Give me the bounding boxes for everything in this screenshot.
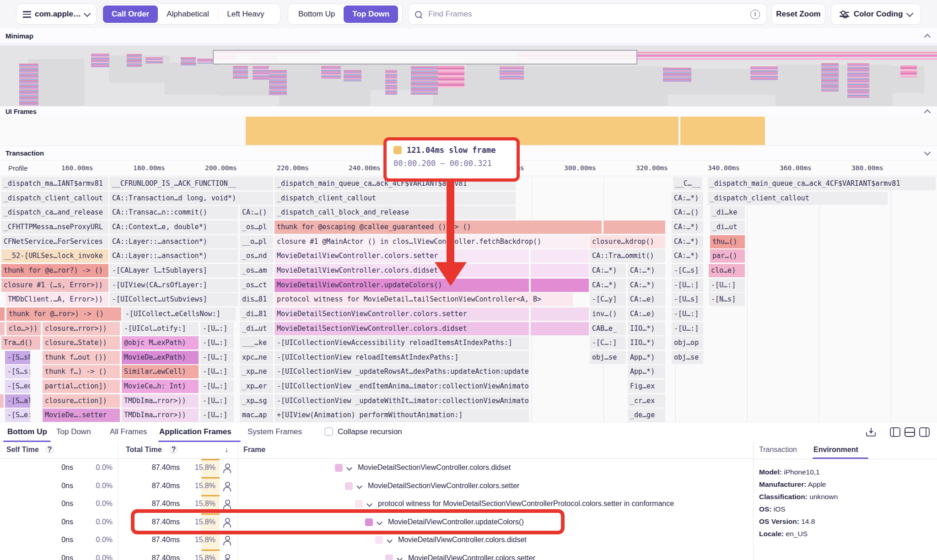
sort-descending-icon[interactable]: ↓ (225, 446, 228, 454)
chevron-down-icon[interactable] (397, 555, 403, 560)
flame-cell[interactable]: MovieDetailViewController.updateColors() (275, 279, 529, 292)
flame-cell[interactable]: clo…>)) (6, 322, 41, 335)
flame-cell[interactable]: @objc M…exPath) (122, 336, 199, 350)
flame-cell[interactable]: -[U…:] (709, 279, 745, 292)
flame-cell[interactable]: _CFHTTPMessa…nseProxyURL (1, 221, 108, 234)
collapse-icon[interactable] (924, 33, 931, 40)
flame-cell[interactable]: CA::Tra…ommit() (590, 249, 665, 263)
flame-cell[interactable]: +[UIView(Animation) performWithoutAnimat… (275, 409, 529, 422)
flame-cell[interactable]: MovieDe….setter (43, 409, 120, 422)
flame-cell[interactable]: -[C…y] (590, 293, 626, 306)
flame-cell[interactable]: dis…81 (240, 293, 273, 306)
download-icon[interactable] (866, 428, 876, 436)
flame-cell[interactable]: CA:…() (672, 206, 703, 219)
layout-bottom-panel-icon[interactable] (905, 427, 915, 437)
flame-cell[interactable]: -[U…:] (200, 351, 234, 364)
layout-right-panel-icon[interactable] (919, 427, 930, 437)
collapse-icon[interactable] (924, 109, 931, 115)
flame-cell[interactable]: _dispatch_client_callout (275, 192, 516, 205)
flame-cell[interactable]: -[S…al] (5, 394, 30, 408)
flame-cell[interactable]: CA:…*) (672, 235, 703, 248)
flame-cell[interactable]: _dispatch_call_block_and_release (275, 206, 516, 219)
flame-cell[interactable]: obj…se (672, 351, 703, 364)
flame-cell[interactable]: _os…pl (240, 221, 273, 234)
flame-cell[interactable]: CA:…e) (628, 307, 665, 321)
flame-cell[interactable]: _dispatch_ma…IANT$armv81 (1, 177, 108, 190)
flame-cell[interactable]: _di…ke (710, 206, 745, 219)
minimap-viewport[interactable] (213, 50, 637, 65)
flame-cell[interactable]: partial…ction]) (43, 380, 120, 393)
tab-alphabetical[interactable]: Alphabetical (158, 5, 218, 23)
flame-cell[interactable] (531, 307, 589, 321)
tab-all-frames[interactable]: All Frames (110, 427, 147, 436)
person-icon[interactable] (223, 482, 231, 490)
flame-cell[interactable]: CA:…() (240, 206, 273, 219)
flame-cell[interactable]: MovieDetailViewController.colors.setter (275, 249, 529, 263)
flame-cell[interactable]: closure…kdrop() (590, 235, 665, 248)
flame-cell[interactable]: CA::Layer::…ansaction*) (110, 249, 238, 263)
person-icon[interactable] (223, 518, 231, 526)
flame-cell[interactable]: -[UICollectionView _updateRowsAt…dexPath… (275, 365, 529, 378)
flame-cell[interactable]: TMDbClient.…A, Error>)) (5, 293, 108, 306)
flame-cell[interactable]: CA:…*) (672, 221, 703, 234)
flame-cell[interactable]: thunk f…) -> () (43, 365, 120, 378)
flame-cell[interactable]: -[U…:] (672, 307, 703, 321)
flame-cell[interactable]: CA:…*) (590, 264, 626, 277)
flame-cell[interactable]: -[U…:] (200, 409, 234, 422)
flame-cell[interactable]: closure #1 (…s, Error>)) (1, 279, 108, 292)
flame-cell[interactable]: -[U…:] (672, 279, 703, 292)
info-icon[interactable]: i (750, 10, 760, 19)
flame-cell[interactable]: -[UICollect…eCellsNow:] (123, 307, 236, 321)
flame-cell[interactable] (0, 322, 5, 335)
flame-cell[interactable]: -[C…:] (590, 336, 626, 350)
flame-cell[interactable]: ___…ke (240, 336, 273, 350)
flame-cell[interactable]: CAB…e_ (590, 322, 626, 335)
flame-cell[interactable]: _os…nd (240, 249, 273, 263)
flame-cell[interactable]: -[S…ed] (5, 380, 30, 393)
help-icon[interactable]: ? (46, 446, 54, 453)
layout-left-panel-icon[interactable] (890, 427, 900, 437)
flame-cell[interactable]: _dispatch_ca…and_release (1, 206, 108, 219)
flame-cell[interactable]: closure…rror>)) (43, 322, 120, 335)
flame-cell[interactable]: CA::Transac…n::commit() (110, 206, 238, 219)
table-row[interactable]: 0ns0.0%87.40ms15.8%MovieDetailViewContro… (0, 531, 753, 549)
flame-cell[interactable]: _xp…sg (240, 394, 273, 408)
search-input[interactable] (427, 9, 750, 19)
flame-cell[interactable]: -[UICollectionViewAccessibility reloadIt… (275, 336, 529, 350)
flame-cell[interactable]: closure…ction]) (43, 394, 120, 408)
flame-cell[interactable]: CA::Transaction…d long, void*) (110, 192, 273, 205)
flame-cell[interactable]: _dispatch_client_callout (708, 192, 888, 205)
flame-cell[interactable]: TMDbIma…rror>)) (122, 409, 199, 422)
flame-cell[interactable] (531, 279, 589, 292)
flame-cell[interactable]: _xp…ne (240, 365, 273, 378)
flame-cell[interactable]: -[U…:] (200, 380, 234, 393)
table-row[interactable]: 0ns0.0%87.40ms15.8%MovieDetailSectionVie… (0, 477, 753, 495)
flame-cell[interactable]: obj…op (672, 336, 703, 350)
tab-top-down-toolbar[interactable]: Top Down (344, 5, 398, 23)
flame-cell[interactable]: clo…e) (709, 264, 745, 277)
flame-cell[interactable]: CA::Context…e, double*) (110, 221, 238, 234)
flame-cell[interactable]: _de…ge (628, 409, 665, 422)
flame-cell[interactable]: -[UICollectionView _endItemAnima…imator:… (275, 380, 529, 393)
flame-cell[interactable]: -[C…s] (672, 264, 703, 277)
flame-cell[interactable]: __o…pl (240, 235, 273, 248)
flame-graph[interactable]: _dispatch_ma…IANT$armv81__CFRUNLOOP_IS_…… (0, 176, 937, 422)
flame-cell[interactable] (531, 264, 589, 277)
flame-cell[interactable]: thunk for @…ror>) -> () (6, 307, 121, 321)
flame-cell[interactable]: __C…__ (673, 177, 702, 190)
flame-cell[interactable]: _di…ut (240, 322, 273, 335)
flame-cell[interactable]: par…() (710, 249, 745, 263)
tab-system-frames[interactable]: System Frames (248, 427, 302, 436)
chevron-down-icon[interactable] (387, 537, 393, 543)
flame-cell[interactable]: Similar…ewCell) (122, 365, 199, 378)
tab-bottom-up-toolbar[interactable]: Bottom Up (290, 5, 344, 23)
flame-cell[interactable]: _di…81 (240, 307, 273, 321)
chevron-down-icon[interactable] (356, 483, 362, 489)
flame-cell[interactable]: MovieDe…exPath) (122, 351, 199, 364)
flame-cell[interactable]: thunk for @e…ror?) -> () (1, 264, 108, 277)
collapse-recursion-checkbox[interactable] (324, 427, 333, 436)
flame-cell[interactable]: -[U…s] (672, 293, 703, 306)
profile-dropdown[interactable]: com.apple… (16, 4, 97, 25)
flame-cell[interactable]: App…*) (628, 351, 665, 364)
flame-cell[interactable]: CA:…*) (590, 279, 626, 292)
